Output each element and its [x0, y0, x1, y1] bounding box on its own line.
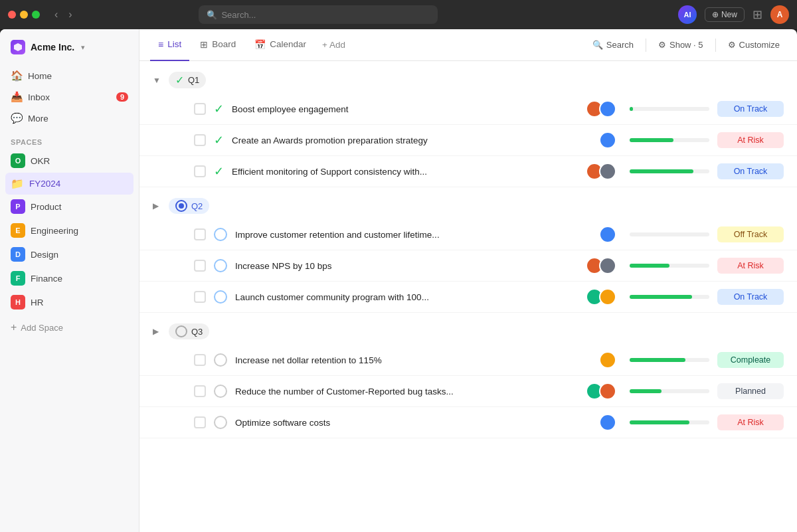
forward-button[interactable]: › [64, 7, 76, 22]
progress-bar [630, 138, 709, 142]
fy2024-label: FY2024 [29, 179, 60, 189]
close-dot[interactable] [8, 11, 16, 19]
task-checkbox[interactable] [194, 354, 206, 366]
task-checkbox[interactable] [194, 416, 206, 428]
sidebar-item-inbox[interactable]: 📥 Inbox 9 [5, 86, 133, 108]
sidebar-item-okr[interactable]: O OKR [5, 149, 133, 173]
ai-label: AI [683, 11, 691, 19]
task-row[interactable]: ⠿⠿ ✓ Efficient monitoring of Support con… [139, 156, 797, 187]
avatar [599, 383, 616, 400]
task-checkbox[interactable] [194, 103, 206, 115]
task-avatars [599, 132, 616, 149]
tab-add-label: + Add [322, 40, 345, 50]
brand-chevron: ▾ [81, 43, 85, 52]
brand-icon [11, 40, 25, 54]
status-badge: On Track [717, 101, 784, 117]
spaces-label: Spaces [0, 132, 139, 149]
hr-icon: H [11, 295, 25, 310]
sidebar-item-product[interactable]: P Product [5, 195, 133, 219]
grid-icon[interactable]: ⊞ [753, 7, 762, 22]
avatar [599, 257, 616, 274]
maximize-dot[interactable] [32, 11, 40, 19]
avatar [599, 163, 616, 180]
progress-bar [630, 295, 709, 299]
search-icon: 🔍 [207, 10, 217, 20]
task-avatars [586, 288, 616, 306]
task-circle [214, 416, 227, 429]
task-checkbox[interactable] [194, 165, 206, 177]
tab-calendar[interactable]: 📅 Calendar [246, 29, 314, 61]
avatar [599, 288, 616, 306]
task-row[interactable]: ⠿⠿ Improve customer retention and custom… [139, 219, 797, 250]
group-q2-toggle[interactable]: ▶ [153, 201, 163, 211]
tab-list-label: List [167, 39, 181, 49]
titlebar-right: AI ⊕ New ⊞ A [678, 5, 789, 24]
sidebar-item-home[interactable]: 🏠 Home [5, 65, 133, 86]
sidebar: Acme Inc. ▾ 🏠 Home 📥 Inbox 9 💬 More Spac… [0, 29, 139, 532]
search-icon: 🔍 [592, 40, 603, 50]
group-q1-header[interactable]: ▼ ✓ Q1 [139, 61, 797, 94]
engineering-icon: E [11, 223, 25, 238]
sidebar-item-fy2024[interactable]: 📁 FY2024 [5, 173, 133, 195]
task-avatars [586, 257, 616, 274]
finance-label: Finance [31, 274, 62, 284]
sidebar-item-finance[interactable]: F Finance [5, 266, 133, 290]
progress-bar [630, 389, 709, 393]
task-circle [214, 353, 227, 367]
add-space-button[interactable]: + Add Space [0, 317, 139, 338]
tab-add-button[interactable]: + Add [317, 40, 351, 50]
avatar[interactable]: A [770, 5, 789, 24]
tab-board[interactable]: ⊞ Board [192, 29, 244, 61]
new-button[interactable]: ⊕ New [705, 7, 745, 22]
back-button[interactable]: ‹ [50, 7, 62, 22]
minimize-dot[interactable] [20, 11, 28, 19]
sidebar-item-more[interactable]: 💬 More [5, 108, 133, 129]
task-row[interactable]: ⠿⠿ Optimize software costs At Risk [139, 407, 797, 438]
main-content: ≡ List ⊞ Board 📅 Calendar + Add 🔍 Search [139, 29, 797, 532]
hr-label: HR [31, 298, 44, 308]
status-badge: Compleate [717, 352, 784, 368]
task-checkbox[interactable] [194, 228, 206, 240]
search-button[interactable]: 🔍 Search [586, 37, 640, 53]
customize-button[interactable]: ⚙ Customize [721, 37, 786, 53]
tab-board-label: Board [212, 39, 236, 49]
tab-list[interactable]: ≡ List [150, 29, 189, 61]
tab-calendar-label: Calendar [270, 39, 306, 49]
avatar [599, 100, 616, 118]
task-checkbox[interactable] [194, 291, 206, 303]
ai-button[interactable]: AI [678, 5, 697, 24]
task-row[interactable]: ⠿⠿ Increase NPS by 10 bps At Risk [139, 250, 797, 282]
task-name: Efficient monitoring of Support consiste… [232, 167, 578, 177]
task-row[interactable]: ⠿⠿ ✓ Create an Awards promotion preparat… [139, 125, 797, 156]
sidebar-item-hr[interactable]: H HR [5, 290, 133, 314]
task-row[interactable]: ⠿⠿ Launch customer community program wit… [139, 282, 797, 313]
search-label: Search [606, 40, 634, 50]
group-q3-toggle[interactable]: ▶ [153, 327, 163, 336]
task-avatars [599, 414, 616, 431]
task-name: Improve customer retention and customer … [235, 230, 591, 240]
design-label: Design [31, 250, 58, 260]
group-q3-header[interactable]: ▶ Q3 [139, 313, 797, 345]
q3-circle [175, 325, 187, 337]
show-button[interactable]: ⚙ Show · 5 [652, 37, 710, 53]
group-q2-header[interactable]: ▶ Q2 [139, 187, 797, 219]
add-space-label: Add Space [21, 323, 63, 333]
task-row[interactable]: ⠿⠿ Reduce the number of Customer-Reporte… [139, 376, 797, 407]
task-circle [214, 290, 227, 304]
global-search-bar[interactable]: 🔍 Search... [199, 5, 438, 24]
titlebar: ‹ › 🔍 Search... AI ⊕ New ⊞ A [0, 0, 797, 29]
okr-icon: O [11, 153, 25, 168]
task-row[interactable]: ⠿⠿ ✓ Boost employee engagement On Track [139, 94, 797, 125]
group-q1-toggle[interactable]: ▼ [153, 76, 163, 85]
brand-logo[interactable]: Acme Inc. ▾ [0, 35, 139, 62]
sidebar-item-design[interactable]: D Design [5, 242, 133, 266]
task-checkbox[interactable] [194, 260, 206, 272]
sidebar-inbox-label: Inbox [28, 92, 50, 102]
avatar-initials: A [777, 10, 783, 19]
task-row[interactable]: ⠿⠿ Increase net dollar retention to 115%… [139, 345, 797, 376]
task-checkbox[interactable] [194, 134, 206, 146]
search-placeholder: Search... [221, 10, 256, 20]
task-checkbox[interactable] [194, 385, 206, 397]
sidebar-item-engineering[interactable]: E Engineering [5, 219, 133, 242]
content-area: ▼ ✓ Q1 ⠿⠿ ✓ Boost employee engagement [139, 61, 797, 532]
